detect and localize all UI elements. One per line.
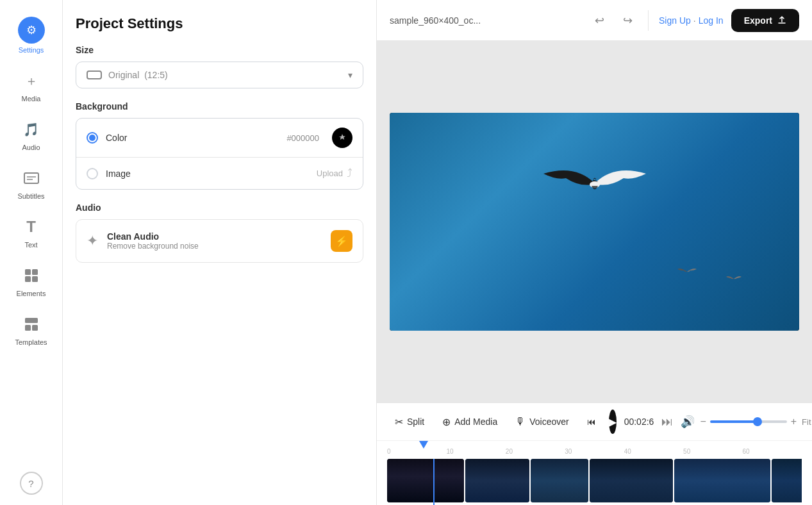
lightning-button[interactable]: ⚡ xyxy=(331,230,352,252)
size-aspect-icon xyxy=(87,70,102,79)
background-options: Color #000000 Image Upload ⤴ xyxy=(76,118,363,190)
background-section: Background Color #000000 Image Upload xyxy=(76,101,363,190)
ruler-mark-10: 10 xyxy=(446,448,505,455)
help-button[interactable]: ? xyxy=(20,472,43,495)
elements-icon xyxy=(20,264,43,287)
video-container xyxy=(390,113,799,331)
color-swatch[interactable] xyxy=(332,128,352,148)
clean-audio-description: Remove background noise xyxy=(107,242,322,251)
background-image-option[interactable]: Image Upload ⤴ xyxy=(76,157,363,189)
size-section-label: Size xyxy=(76,45,363,55)
svg-rect-6 xyxy=(32,276,38,282)
sidebar-item-text[interactable]: T Text xyxy=(5,209,58,255)
zoom-thumb xyxy=(753,417,762,426)
upload-icon: ⤴ xyxy=(347,167,352,180)
undo-icon: ↩ xyxy=(595,13,604,28)
add-media-label: Add Media xyxy=(454,417,497,427)
sidebar-item-label: Settings xyxy=(19,46,44,54)
split-icon: ✂ xyxy=(395,416,403,428)
ruler-mark-0: 0 xyxy=(387,448,446,455)
zoom-slider[interactable] xyxy=(710,420,787,423)
play-icon: ▶ xyxy=(609,416,617,428)
add-media-button[interactable]: ⊕ Add Media xyxy=(435,411,505,433)
audio-section: Audio ✦ Clean Audio Remove background no… xyxy=(76,203,363,263)
rewind-icon: ⏮ xyxy=(587,417,596,427)
track-segment-5[interactable] xyxy=(674,459,770,502)
page-title: Project Settings xyxy=(76,15,363,32)
track-segment-6[interactable] xyxy=(772,459,802,502)
media-icon: ＋ xyxy=(20,69,43,92)
timeline-track[interactable] xyxy=(387,459,802,505)
sidebar-item-audio[interactable]: 🎵 Audio xyxy=(5,112,58,158)
rewind-button[interactable]: ⏮ xyxy=(579,411,604,432)
undo-button[interactable]: ↩ xyxy=(589,10,609,31)
export-button[interactable]: Export xyxy=(731,9,799,32)
sidebar: ⚙ Settings ＋ Media 🎵 Audio Subtitles T T… xyxy=(0,0,63,505)
bird-small-1 xyxy=(677,264,697,279)
fit-button[interactable]: Fit xyxy=(802,417,811,427)
bottom-bar: ✂ Split ⊕ Add Media 🎙 Voiceover ⏮ ▶ 00:0… xyxy=(377,402,812,505)
sidebar-item-elements[interactable]: Elements xyxy=(5,258,58,304)
background-section-label: Background xyxy=(76,101,363,112)
color-hex-value: #000000 xyxy=(286,133,319,143)
export-label: Export xyxy=(744,15,772,26)
left-panel: Project Settings Size Original (12:5) ▾ … xyxy=(63,0,377,505)
voiceover-icon: 🎙 xyxy=(515,416,526,427)
upload-button[interactable]: Upload ⤴ xyxy=(317,167,352,180)
voiceover-button[interactable]: 🎙 Voiceover xyxy=(508,411,576,433)
volume-button[interactable]: 🔊 xyxy=(681,415,695,429)
text-icon: T xyxy=(20,215,43,238)
clean-audio-card: ✦ Clean Audio Remove background noise ⚡ xyxy=(76,219,363,263)
color-radio[interactable] xyxy=(87,132,98,144)
svg-rect-5 xyxy=(25,276,31,282)
svg-rect-0 xyxy=(24,173,38,183)
sidebar-item-audio-label: Audio xyxy=(22,144,40,151)
ruler-mark-60: 60 xyxy=(743,448,802,455)
sidebar-item-media[interactable]: ＋ Media xyxy=(5,63,58,109)
preview-area xyxy=(377,41,812,402)
ruler-mark-20: 20 xyxy=(506,448,565,455)
video-preview xyxy=(390,113,799,331)
image-radio[interactable] xyxy=(87,168,98,179)
bird-main xyxy=(537,151,652,218)
audio-section-label: Audio xyxy=(76,203,363,213)
play-button[interactable]: ▶ xyxy=(609,410,617,434)
sidebar-item-settings[interactable]: ⚙ Settings xyxy=(5,10,58,60)
split-label: Split xyxy=(407,417,424,427)
sidebar-item-templates[interactable]: Templates xyxy=(5,306,58,352)
svg-rect-8 xyxy=(25,325,31,331)
size-dropdown[interactable]: Original (12:5) ▾ xyxy=(76,62,363,88)
sparkle-icon: ✦ xyxy=(87,233,98,249)
zoom-out-button[interactable]: − xyxy=(700,416,706,427)
toolbar: ✂ Split ⊕ Add Media 🎙 Voiceover ⏮ ▶ 00:0… xyxy=(377,403,812,441)
svg-rect-9 xyxy=(32,325,38,331)
auth-links: Sign Up · Log In xyxy=(659,15,724,26)
zoom-in-button[interactable]: + xyxy=(791,416,797,427)
chevron-down-icon: ▾ xyxy=(348,70,352,80)
signup-link[interactable]: Sign Up xyxy=(659,15,691,26)
subtitles-icon xyxy=(20,167,43,190)
track-segment-2[interactable] xyxy=(465,459,529,502)
sidebar-item-subtitles[interactable]: Subtitles xyxy=(5,160,58,206)
track-segment-3[interactable] xyxy=(531,459,588,502)
sidebar-item-elements-label: Elements xyxy=(17,290,46,297)
clean-audio-title: Clean Audio xyxy=(107,231,322,242)
ruler-mark-30: 30 xyxy=(565,448,624,455)
track-segment-1[interactable] xyxy=(387,459,464,502)
redo-button[interactable]: ↪ xyxy=(617,10,638,31)
background-color-option[interactable]: Color #000000 xyxy=(76,119,363,157)
zoom-controls: − + xyxy=(700,416,797,427)
timeline: 0 10 20 30 40 50 60 xyxy=(377,441,812,505)
playhead xyxy=(419,441,428,449)
voiceover-label: Voiceover xyxy=(529,417,568,427)
fast-forward-button[interactable]: ⏭ xyxy=(661,415,673,429)
split-button[interactable]: ✂ Split xyxy=(387,411,432,433)
track-segment-4[interactable] xyxy=(590,459,673,502)
login-link[interactable]: Log In xyxy=(699,15,724,26)
help-icon: ? xyxy=(28,478,33,489)
audio-icon: 🎵 xyxy=(20,118,43,141)
ruler-marks: 0 10 20 30 40 50 60 xyxy=(387,441,802,459)
image-label: Image xyxy=(106,169,309,179)
ruler-mark-50: 50 xyxy=(683,448,742,455)
clean-audio-text: Clean Audio Remove background noise xyxy=(107,231,322,251)
